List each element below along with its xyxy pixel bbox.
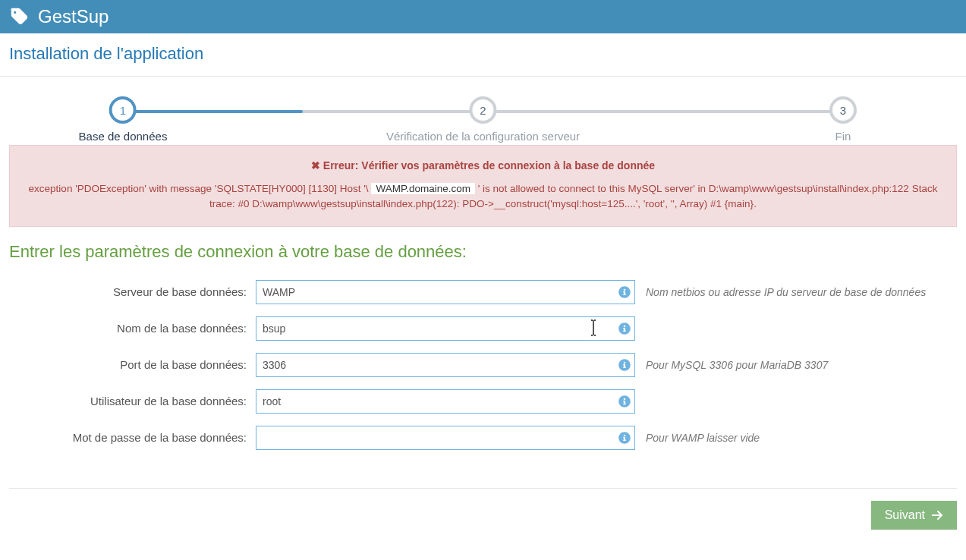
password-input[interactable] <box>256 426 635 450</box>
error-alert-body: exception 'PDOException' with message 'S… <box>25 181 941 212</box>
error-alert: ✖ Erreur: Vérifier vos paramètres de con… <box>9 145 957 227</box>
row-dbname: Nom de la base données: <box>9 316 957 341</box>
footer: Suivant <box>9 488 957 545</box>
wizard-step-1-label: Base de données <box>79 130 168 143</box>
wizard-step-3-number: 3 <box>829 96 857 124</box>
error-alert-domain: WAMP.domaine.com <box>371 183 475 194</box>
error-alert-title-text: Erreur: Vérifier vos paramètres de conne… <box>323 159 655 171</box>
wizard-step-2-label: Vérification de la configuration serveur <box>386 130 580 143</box>
wizard-step-2[interactable]: 2 Vérification de la configuration serve… <box>386 96 580 143</box>
port-input[interactable] <box>256 353 635 377</box>
app-title: GestSup <box>38 6 109 27</box>
page-title: Installation de l'application <box>0 33 966 77</box>
label-password: Mot de passe de la base données: <box>9 431 256 444</box>
server-input[interactable] <box>256 280 635 304</box>
row-password: Mot de passe de la base données: Pour WA… <box>9 426 957 450</box>
dbname-input[interactable] <box>256 316 635 341</box>
label-server: Serveur de base données: <box>9 285 256 298</box>
row-user: Utilisateur de la base données: <box>9 389 957 414</box>
row-port: Port de la base données: Pour MySQL 3306… <box>9 353 957 377</box>
label-user: Utilisateur de la base données: <box>9 395 256 407</box>
user-input[interactable] <box>256 389 635 414</box>
help-server: Nom netbios ou adresse IP du serveur de … <box>646 286 926 298</box>
navbar: GestSup <box>0 0 966 33</box>
wizard-step-1[interactable]: 1 Base de données <box>79 96 168 143</box>
help-port: Pour MySQL 3306 pour MariaDB 3307 <box>646 359 828 371</box>
close-x-icon: ✖ <box>311 159 320 171</box>
error-alert-title: ✖ Erreur: Vérifier vos paramètres de con… <box>25 158 941 174</box>
db-form: Serveur de base données: Nom netbios ou … <box>9 280 957 450</box>
next-button-label: Suivant <box>885 508 925 522</box>
form-section-title: Entrer les paramètres de connexion à vot… <box>9 242 957 262</box>
wizard-step-1-number: 1 <box>109 96 137 124</box>
tag-icon <box>11 7 30 27</box>
wizard-step-3[interactable]: 3 Fin <box>829 96 857 143</box>
wizard-step-3-label: Fin <box>829 130 857 143</box>
label-port: Port de la base données: <box>9 358 256 371</box>
error-alert-pre: exception 'PDOException' with message 'S… <box>29 183 369 194</box>
next-button[interactable]: Suivant <box>871 501 957 530</box>
label-dbname: Nom de la base données: <box>9 322 256 335</box>
help-password: Pour WAMP laisser vide <box>646 432 760 444</box>
arrow-right-icon <box>931 509 943 521</box>
wizard-step-2-number: 2 <box>469 96 496 124</box>
row-server: Serveur de base données: Nom netbios ou … <box>9 280 957 304</box>
wizard: 1 Base de données 2 Vérification de la c… <box>9 96 957 130</box>
